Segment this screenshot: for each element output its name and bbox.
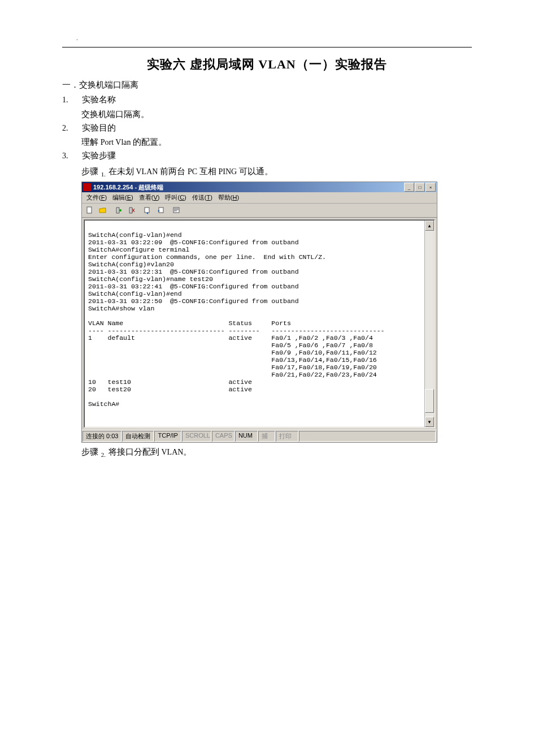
item-label: 实验名称: [82, 93, 116, 107]
status-filler: [299, 431, 436, 442]
tool-disconnect[interactable]: [125, 205, 138, 216]
section-heading-1: 一．交换机端口隔离: [62, 80, 472, 90]
scroll-thumb[interactable]: [425, 389, 434, 413]
menu-edit[interactable]: 编辑(E): [110, 193, 136, 202]
menu-help[interactable]: 帮助(H): [215, 193, 242, 202]
vertical-scrollbar[interactable]: ▲ ▼: [424, 221, 434, 427]
menu-file[interactable]: 文件(F): [84, 193, 110, 202]
top-rule: [62, 47, 472, 47]
text: 步骤: [81, 167, 101, 176]
status-conn: 连接的 0:03: [83, 431, 121, 442]
text: 互相: [197, 167, 219, 176]
minimize-button[interactable]: _: [404, 183, 414, 192]
maximize-button[interactable]: □: [415, 183, 425, 192]
status-print: 打印: [276, 431, 298, 442]
menu-view[interactable]: 查看(V): [136, 193, 163, 202]
content-inner: SwitchA(config-vlan)#end 2011-03-31 03:2…: [84, 220, 435, 427]
menubar: 文件(F) 编辑(E) 查看(V) 呼叫(C) 传送(T) 帮助(H): [82, 192, 437, 204]
open-icon: [99, 206, 107, 214]
receive-icon: [157, 206, 164, 214]
terminal-output[interactable]: SwitchA(config-vlan)#end 2011-03-31 03:2…: [85, 221, 424, 427]
text: 。: [183, 447, 192, 456]
disconnect-icon: [128, 206, 136, 214]
properties-icon: [172, 206, 180, 214]
text-roman: PING: [219, 167, 237, 176]
scroll-track[interactable]: [425, 231, 434, 417]
close-button[interactable]: ×: [426, 183, 436, 192]
content-wrap: SwitchA(config-vlan)#end 2011-03-31 03:2…: [82, 218, 437, 430]
item-label: 实验步骤: [82, 149, 116, 163]
toolbar: [82, 204, 437, 218]
status-proto: TCP/IP: [154, 431, 181, 442]
menu-transfer[interactable]: 传送(T): [189, 193, 215, 202]
titlebar-left: 192.168.2.254 - 超级终端: [83, 183, 163, 192]
svg-point-1: [119, 209, 121, 211]
text-roman: PC: [188, 167, 197, 176]
list-item-2: 2. 实验目的: [62, 121, 472, 136]
item-label: 实验目的: [82, 121, 116, 136]
titlebar[interactable]: 192.168.2.254 - 超级终端 _ □ ×: [82, 182, 437, 192]
hyperterminal-window: 192.168.2.254 - 超级终端 _ □ × 文件(F) 编辑(E) 查…: [81, 182, 437, 443]
status-scroll: SCROLL: [182, 431, 211, 442]
text: 可以通。: [237, 167, 273, 176]
send-icon: [144, 206, 151, 214]
new-icon: [86, 206, 94, 214]
connect-icon: [115, 206, 123, 214]
step-sub: 2.: [101, 451, 106, 458]
status-detect: 自动检测: [122, 431, 154, 442]
app-icon: [83, 183, 91, 191]
scroll-down-button[interactable]: ▼: [425, 417, 434, 427]
tool-properties[interactable]: [170, 205, 183, 216]
window-controls: _ □ ×: [404, 183, 436, 192]
step-1: 步骤 1. 在未划 VLAN 前两台 PC 互相 PING 可以通。: [81, 165, 472, 180]
list-item-3: 3. 实验步骤: [62, 149, 472, 163]
text: 前两台: [158, 167, 188, 176]
item-body: 交换机端口隔离。: [81, 107, 472, 121]
status-caps: CAPS: [212, 431, 235, 442]
doc-title: 实验六 虚拟局域网 VLAN（一）实验报告: [62, 56, 472, 73]
text: 将接口分配到: [106, 447, 162, 456]
text: 在未划: [106, 167, 136, 176]
menu-call[interactable]: 呼叫(C): [162, 193, 189, 202]
item-body: 理解 Port Vlan 的配置。: [81, 135, 472, 149]
tool-open[interactable]: [97, 205, 109, 216]
document-page: . 实验六 虚拟局域网 VLAN（一）实验报告 一．交换机端口隔离 1. 实验名…: [0, 0, 534, 485]
item-number: 2.: [62, 124, 73, 133]
list-item-1: 1. 实验名称: [62, 93, 472, 107]
tool-send[interactable]: [141, 205, 154, 216]
text: 的配置。: [131, 137, 167, 146]
svg-rect-0: [87, 207, 92, 213]
step-2: 步骤 2. 将接口分配到 VLAN。: [81, 445, 472, 460]
text: 理解: [81, 137, 101, 146]
step-sub: 1.: [101, 171, 106, 178]
tool-new[interactable]: [84, 205, 96, 216]
header-dot: .: [62, 34, 472, 42]
content-frame: SwitchA(config-vlan)#end 2011-03-31 03:2…: [84, 219, 435, 428]
text-roman: VLAN: [162, 448, 184, 456]
statusbar: 连接的 0:03 自动检测 TCP/IP SCROLL CAPS NUM 捕 打…: [82, 430, 437, 442]
text-roman: Port Vlan: [101, 138, 131, 146]
item-number: 3.: [62, 152, 73, 161]
tool-receive[interactable]: [154, 205, 167, 216]
svg-rect-2: [145, 208, 149, 213]
item-number: 1.: [62, 96, 73, 105]
text: 步骤: [81, 447, 101, 456]
svg-rect-3: [159, 208, 163, 213]
status-num: NUM: [235, 431, 258, 442]
tool-connect[interactable]: [112, 205, 125, 216]
text-roman: VLAN: [136, 167, 158, 176]
scroll-up-button[interactable]: ▲: [425, 221, 434, 231]
window-title: 192.168.2.254 - 超级终端: [93, 183, 163, 192]
status-catch: 捕: [258, 431, 275, 442]
